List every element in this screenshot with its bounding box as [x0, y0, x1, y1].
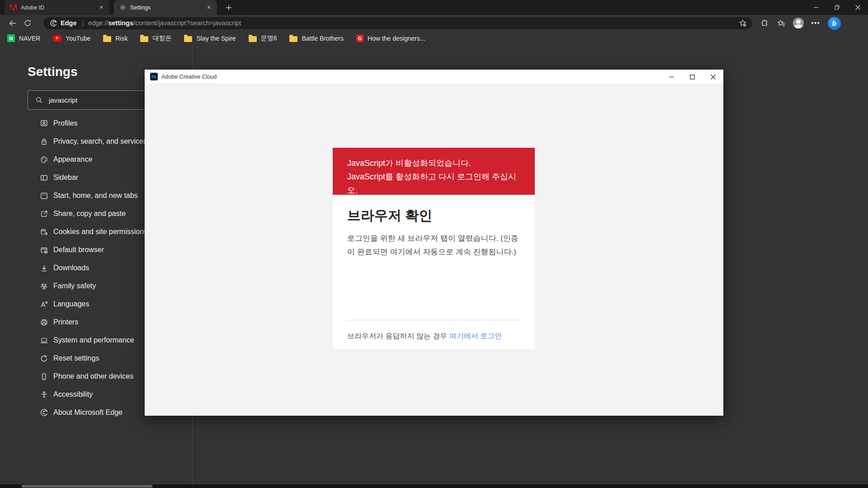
add-favorite-icon[interactable]: [739, 19, 747, 27]
refresh-button[interactable]: [20, 16, 35, 30]
login-here-link[interactable]: 여기에서 로그인: [449, 332, 502, 340]
sidebar-item-label: Sidebar: [53, 174, 78, 182]
sidebar-item-label: Reset settings: [53, 354, 99, 362]
cookies-icon: [40, 228, 48, 236]
palette-icon: [40, 155, 48, 164]
bookmark-folder-slay-the-spire[interactable]: Slay the Spire: [184, 35, 236, 42]
search-icon: [35, 96, 43, 104]
card-footer: 브라우저가 응답하지 않는 경우 여기에서 로그인: [347, 332, 502, 341]
toolbar-right-cluster: ••• b: [757, 16, 843, 30]
family-icon: [40, 282, 48, 291]
sidebar-item-label: Downloads: [53, 264, 89, 272]
gear-icon: [119, 4, 126, 11]
page-title: Settings: [28, 65, 77, 79]
profile-avatar[interactable]: [791, 16, 806, 30]
sidebar-item-label: Privacy, search, and services: [53, 137, 147, 145]
minimize-button[interactable]: [661, 70, 682, 84]
browser-check-card: 브라우저 확인 로그인을 위한 새 브라우저 탭이 열렸습니다. (인증이 완료…: [333, 195, 535, 349]
start-home-icon: [40, 192, 48, 200]
sidebar-item-label: Start, home, and new tabs: [53, 192, 138, 200]
minimize-button[interactable]: [806, 0, 826, 15]
bookmark-folder-battle-brothers[interactable]: Battle Brothers: [289, 35, 344, 42]
bookmark-folder-risk[interactable]: Risk: [103, 35, 127, 42]
sidebar-item-label: Phone and other devices: [53, 372, 133, 380]
extensions-icon[interactable]: [757, 16, 771, 30]
folder-icon: [140, 36, 148, 42]
sidebar-item-label: Default browser: [53, 246, 104, 254]
settings-menu-icon[interactable]: •••: [808, 16, 823, 30]
card-divider: [347, 320, 520, 320]
tab-title: Settings: [130, 5, 201, 11]
card-body: 로그인을 위한 새 브라우저 탭이 열렸습니다. (인증이 완료되면 여기에서 …: [347, 232, 520, 259]
lock-icon: [40, 137, 48, 146]
bookmark-folder-civ6[interactable]: 문명6: [249, 34, 277, 42]
sidebar-item-label: Printers: [53, 318, 78, 326]
printer-icon: [40, 318, 48, 327]
edge-logo-icon: [40, 408, 48, 417]
tab-title: Adobe ID: [21, 5, 94, 11]
card-body-line-1: 로그인을 위한 새 브라우저 탭이 열렸습니다.: [347, 234, 498, 243]
tab-adobe-id[interactable]: Adobe ID ✕: [5, 0, 109, 15]
adobe-window-title: Adobe Creative Cloud: [161, 74, 217, 80]
bing-chat-button[interactable]: b: [826, 16, 843, 30]
sidebar-item-label: Accessibility: [53, 390, 93, 399]
desktop-screen: Adobe ID ✕ Settings ✕: [0, 0, 868, 488]
sidebar-item-label: About Microsoft Edge: [53, 408, 123, 417]
downloads-icon: [40, 264, 48, 272]
adobe-window-titlebar[interactable]: Ps Adobe Creative Cloud: [145, 70, 723, 84]
browser-toolbar: Edge | edge://settings/content/javascrip…: [0, 15, 868, 31]
site-chip-label: Edge: [61, 19, 76, 27]
favorites-icon[interactable]: [774, 16, 788, 30]
bookmark-folder-uncharted[interactable]: 대항온: [140, 34, 171, 42]
alert-line-1: JavaScript가 비활성화되었습니다.: [347, 156, 520, 170]
search-input[interactable]: [49, 96, 157, 104]
site-chip[interactable]: Edge: [50, 19, 76, 27]
tab-close-icon[interactable]: ✕: [98, 4, 105, 11]
sidebar-item-label: Family safety: [53, 282, 96, 290]
restore-button[interactable]: [826, 0, 847, 15]
languages-icon: [40, 300, 48, 309]
chip-separator: |: [82, 19, 84, 27]
sidebar-item-label: Languages: [53, 300, 89, 308]
address-bar[interactable]: Edge | edge://settings/content/javascrip…: [43, 17, 752, 29]
bookmark-naver[interactable]: NNAVER: [7, 34, 40, 42]
avatar-icon: [793, 18, 804, 28]
default-browser-icon: [40, 246, 48, 254]
sidebar-item-label: Profiles: [53, 119, 77, 127]
horizontal-scrollbar[interactable]: [0, 484, 868, 488]
scrollbar-thumb[interactable]: [22, 485, 152, 488]
folder-icon: [184, 36, 192, 42]
url-text[interactable]: edge://settings/content/javascript?searc…: [88, 19, 739, 27]
naver-icon: N: [7, 34, 15, 42]
alert-line-2: JavaScript를 활성화하고 다시 로그인해 주십시오.: [347, 170, 520, 197]
maximize-button[interactable]: [682, 70, 703, 84]
tab-close-icon[interactable]: ✕: [205, 4, 212, 11]
browser-window-controls: [806, 0, 868, 15]
share-icon: [40, 210, 48, 218]
adobe-creative-cloud-window: Ps Adobe Creative Cloud JavaScript가 비활성화…: [145, 70, 723, 416]
bookmark-how-the-designers[interactable]: GHow the designers...: [356, 35, 425, 42]
sidebar-item-label: Share, copy and paste: [53, 210, 126, 218]
youtube-icon: [53, 35, 61, 42]
photoshop-app-icon: Ps: [150, 73, 158, 80]
close-button[interactable]: [703, 70, 723, 84]
sidebar-item-label: Cookies and site permissions: [53, 228, 147, 236]
adobe-logo-icon: [10, 5, 17, 10]
folder-icon: [103, 36, 111, 42]
folder-icon: [289, 36, 297, 42]
card-heading: 브라우저 확인: [347, 206, 432, 225]
bing-icon: b: [828, 17, 841, 30]
tab-settings[interactable]: Settings ✕: [114, 0, 217, 15]
close-button[interactable]: [847, 0, 868, 15]
laptop-icon: [40, 336, 48, 345]
back-button[interactable]: [5, 16, 20, 30]
new-tab-button[interactable]: [222, 2, 235, 13]
bookmarks-bar: NNAVER YouTube Risk 대항온 Slay the Spire 문…: [0, 31, 868, 45]
phone-icon: [40, 372, 48, 381]
bookmark-youtube[interactable]: YouTube: [53, 35, 90, 42]
adobe-window-controls: [661, 70, 723, 84]
browser-tab-strip: Adobe ID ✕ Settings ✕: [0, 0, 868, 15]
sidebar-icon: [40, 174, 48, 182]
sidebar-item-label: Appearance: [53, 155, 92, 164]
folder-icon: [249, 36, 257, 42]
